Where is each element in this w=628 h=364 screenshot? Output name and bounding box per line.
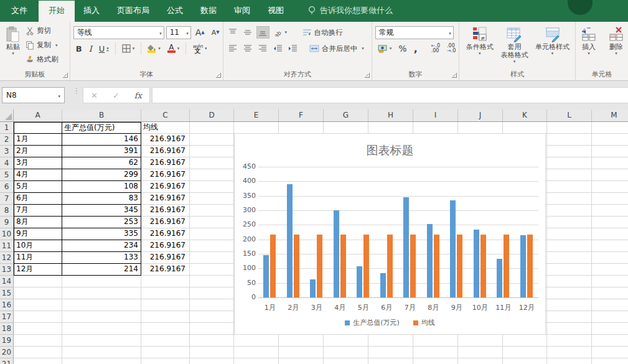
align-center-button[interactable] <box>241 42 255 55</box>
cell[interactable] <box>141 347 190 358</box>
font-name-combo[interactable]: 等线 <box>73 26 164 39</box>
cell[interactable] <box>503 347 547 358</box>
insert-function-icon[interactable]: fx <box>134 91 142 100</box>
cell[interactable] <box>592 240 628 252</box>
cell-styles-button[interactable]: 单元格样式 <box>533 24 572 70</box>
alignment-dialog-launcher[interactable] <box>365 73 370 78</box>
tab-数据[interactable]: 数据 <box>192 0 225 22</box>
cell[interactable] <box>592 264 628 276</box>
cell[interactable] <box>547 181 592 193</box>
cell[interactable] <box>592 122 628 134</box>
cell[interactable] <box>141 358 190 364</box>
cell[interactable] <box>14 323 62 335</box>
column-header-D[interactable]: D <box>190 110 234 121</box>
cell[interactable] <box>368 358 413 364</box>
column-header-K[interactable]: K <box>503 110 547 121</box>
cell[interactable] <box>547 169 592 181</box>
cell[interactable] <box>592 169 628 181</box>
enter-icon[interactable]: ✓ <box>113 91 120 100</box>
cell[interactable] <box>62 358 141 364</box>
row-header-8[interactable]: 8 <box>0 205 14 217</box>
cell[interactable]: 1月 <box>14 134 62 146</box>
cell[interactable] <box>547 193 592 205</box>
accounting-format-button[interactable] <box>375 42 395 55</box>
column-header-C[interactable]: C <box>141 110 190 121</box>
cell[interactable] <box>592 358 628 364</box>
cell[interactable] <box>592 228 628 240</box>
cell[interactable] <box>190 276 234 287</box>
underline-button[interactable]: U <box>96 42 111 55</box>
cell[interactable] <box>324 335 368 347</box>
format-painter-button[interactable]: 格式刷 <box>26 53 59 66</box>
cell[interactable] <box>324 122 368 134</box>
cell[interactable] <box>503 358 547 364</box>
cell[interactable] <box>234 335 279 347</box>
cell[interactable]: 216.9167 <box>141 157 190 169</box>
cell[interactable]: 4月 <box>14 169 62 181</box>
cell[interactable] <box>547 134 592 146</box>
cell[interactable] <box>547 205 592 217</box>
cell[interactable] <box>14 122 62 134</box>
cell[interactable] <box>547 358 592 364</box>
row-header-2[interactable]: 2 <box>0 134 14 146</box>
cell[interactable] <box>547 335 592 347</box>
formula-bar-grip[interactable]: ⋮ <box>73 89 80 93</box>
cell[interactable] <box>190 299 234 311</box>
cell[interactable]: 391 <box>62 146 141 157</box>
cell[interactable]: 216.9167 <box>141 252 190 264</box>
cell[interactable]: 216.9167 <box>141 228 190 240</box>
column-header-H[interactable]: H <box>368 110 413 121</box>
delete-cells-button[interactable]: 删除 <box>606 24 626 70</box>
increase-indent-button[interactable] <box>286 42 299 55</box>
tell-me-box[interactable]: 告诉我你想要做什么 <box>301 0 399 22</box>
align-bottom-button[interactable] <box>256 26 269 39</box>
cell[interactable] <box>190 169 234 181</box>
cell[interactable]: 216.9167 <box>141 134 190 146</box>
cell[interactable] <box>503 122 547 134</box>
row-header-15[interactable]: 15 <box>0 287 14 299</box>
legend-item[interactable]: 均线 <box>413 318 435 327</box>
cell[interactable] <box>279 358 324 364</box>
cell[interactable] <box>190 193 234 205</box>
cell[interactable] <box>62 347 141 358</box>
number-dialog-launcher[interactable] <box>452 73 457 78</box>
cell[interactable] <box>141 299 190 311</box>
cell[interactable]: 216.9167 <box>141 193 190 205</box>
row-header-10[interactable]: 10 <box>0 228 14 240</box>
cell[interactable] <box>368 347 413 358</box>
cell[interactable] <box>279 122 324 134</box>
cell[interactable]: 5月 <box>14 181 62 193</box>
cell[interactable] <box>190 323 234 335</box>
cell[interactable] <box>547 157 592 169</box>
align-top-button[interactable] <box>227 26 240 39</box>
cell[interactable] <box>368 122 413 134</box>
cell[interactable] <box>62 299 141 311</box>
cell[interactable] <box>190 347 234 358</box>
cut-button[interactable]: 剪切 <box>26 24 59 37</box>
cell[interactable] <box>413 347 458 358</box>
decrease-indent-button[interactable] <box>271 42 284 55</box>
row-header-3[interactable]: 3 <box>0 146 14 157</box>
grow-font-button[interactable]: A▲ <box>193 26 207 39</box>
merge-center-button[interactable]: 合并后居中 <box>309 42 364 55</box>
borders-button[interactable] <box>120 42 138 55</box>
cell[interactable] <box>592 157 628 169</box>
phonetic-button[interactable]: wén文 <box>190 42 209 55</box>
chart-title[interactable]: 图表标题 <box>235 142 545 159</box>
conditional-formatting-button[interactable]: ≠ 条件格式 <box>464 24 496 70</box>
cell[interactable] <box>592 335 628 347</box>
cell[interactable]: 108 <box>62 181 141 193</box>
cell[interactable]: 299 <box>62 169 141 181</box>
cell[interactable] <box>190 217 234 228</box>
legend-item[interactable]: 生产总值(万元) <box>345 318 400 327</box>
insert-cells-button[interactable]: 插入 <box>579 24 599 70</box>
row-header-16[interactable]: 16 <box>0 299 14 311</box>
cell[interactable] <box>14 299 62 311</box>
cell[interactable]: 10月 <box>14 240 62 252</box>
cell[interactable] <box>458 335 503 347</box>
cell[interactable]: 3月 <box>14 157 62 169</box>
row-header-6[interactable]: 6 <box>0 181 14 193</box>
cell[interactable] <box>592 347 628 358</box>
cell[interactable]: 83 <box>62 193 141 205</box>
column-header-M[interactable]: M <box>592 110 628 121</box>
